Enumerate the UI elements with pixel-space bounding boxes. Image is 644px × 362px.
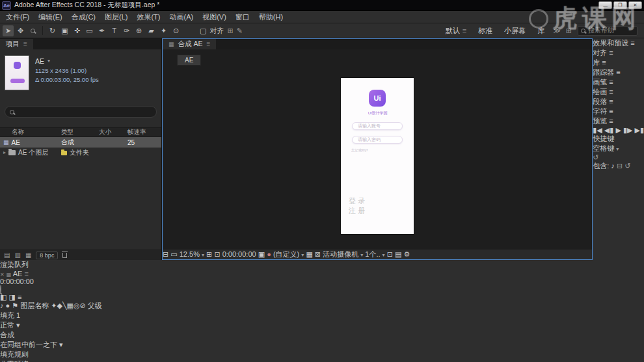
- puppet-pin-tool-icon[interactable]: ⊙: [170, 25, 181, 36]
- workspace-menu-icon[interactable]: ≡: [463, 27, 466, 34]
- fast-previews-icon[interactable]: ▤: [395, 251, 401, 258]
- panel-menu-icon[interactable]: ≡: [609, 118, 613, 125]
- close-icon[interactable]: ✕: [0, 272, 5, 278]
- panel-menu-icon[interactable]: ≡: [609, 49, 613, 57]
- current-timecode[interactable]: 0:00:00:00: [0, 278, 34, 285]
- fill-rule-dropdown[interactable]: 非零环绕 ▾: [0, 359, 644, 362]
- panel-character[interactable]: 字符 ≡: [593, 107, 644, 116]
- panel-menu-icon[interactable]: ≡: [602, 59, 606, 66]
- minimize-button[interactable]: —: [598, 1, 612, 9]
- include-audio-icon[interactable]: ♪: [611, 162, 615, 170]
- column-layer-name[interactable]: 图层名称: [20, 302, 49, 309]
- column-size[interactable]: 大小: [99, 128, 127, 136]
- workspace-overflow-icon[interactable]: ≫: [551, 27, 563, 34]
- loop-icon[interactable]: ↺: [624, 162, 630, 170]
- panel-menu-icon[interactable]: ≡: [609, 98, 613, 105]
- table-row-composition[interactable]: ▦ AE 合成 25: [0, 137, 161, 148]
- timeline-search-input[interactable]: [0, 285, 644, 293]
- column-framerate[interactable]: 帧速率: [127, 128, 155, 136]
- always-preview-icon[interactable]: ⊟: [163, 251, 168, 258]
- panel-menu-icon[interactable]: ≡: [609, 88, 613, 96]
- eraser-tool-icon[interactable]: ▰: [146, 25, 157, 36]
- tab-render-queue[interactable]: 渲染队列: [0, 260, 644, 270]
- new-composition-icon[interactable]: ▦: [25, 252, 31, 259]
- help-search-input[interactable]: 搜索帮助: [578, 26, 637, 36]
- last-frame-button[interactable]: ▶▮: [634, 127, 644, 134]
- workspace-default[interactable]: 默认 ≡: [440, 26, 472, 36]
- workspace-standard[interactable]: 标准: [473, 26, 498, 36]
- snap-option-icon[interactable]: ⊞: [227, 27, 233, 34]
- tab-timeline-comp[interactable]: ✕ ▦ AE ≡: [0, 270, 644, 278]
- menu-item-file[interactable]: 文件(F): [1, 11, 34, 23]
- audio-column-icon[interactable]: ♪: [0, 302, 4, 309]
- panel-menu-icon[interactable]: ≡: [206, 41, 210, 47]
- reset-icon[interactable]: ↺: [593, 154, 598, 161]
- maximize-button[interactable]: ❐: [613, 1, 627, 9]
- panel-effects-presets[interactable]: 效果和预设 ≡: [593, 38, 644, 48]
- shortcut-dropdown[interactable]: 空格键 ▾: [593, 144, 644, 153]
- menu-item-layer[interactable]: 图层(L): [100, 11, 132, 23]
- panel-menu-icon[interactable]: ≡: [630, 40, 634, 47]
- snapping-control[interactable]: ▢ 对齐 ⊞ ✎: [200, 26, 243, 36]
- channel-icon[interactable]: ●: [267, 251, 271, 258]
- blend-mode-dropdown[interactable]: 正常 ▾: [0, 320, 644, 330]
- panel-menu-icon[interactable]: ≡: [23, 41, 27, 47]
- camera-tool-icon[interactable]: ▣: [59, 25, 70, 36]
- row-fill-rule[interactable]: 填充规则 非零环绕 ▾: [0, 350, 644, 362]
- current-time[interactable]: 0:00:00:00: [222, 250, 256, 258]
- panel-library[interactable]: 库 ≡: [593, 58, 644, 68]
- chevron-right-icon[interactable]: ▸: [3, 150, 6, 155]
- chevron-down-icon[interactable]: ▾: [47, 58, 50, 64]
- panel-align[interactable]: 对齐 ≡: [593, 48, 644, 58]
- panel-menu-icon[interactable]: ≡: [616, 69, 620, 76]
- zoom-dropdown[interactable]: 12.5% ▾: [180, 250, 206, 258]
- new-folder-icon[interactable]: ▥: [14, 252, 20, 259]
- hide-shy-layers-icon[interactable]: ≡: [18, 294, 21, 301]
- column-parent[interactable]: 父级: [88, 302, 102, 309]
- comp-mini-flowchart-icon[interactable]: ◧: [0, 294, 7, 301]
- panel-brushes[interactable]: 画笔 ≡: [593, 77, 644, 87]
- row-fill-1[interactable]: 填充 1 正常 ▾: [0, 311, 644, 330]
- draft-3d-icon[interactable]: ◨: [8, 294, 15, 301]
- view-layout-dropdown[interactable]: 1个.. ▾: [365, 250, 386, 258]
- composite-dropdown[interactable]: 在同组中前一之下 ▾: [0, 340, 644, 350]
- column-type[interactable]: 类型: [61, 128, 99, 136]
- pan-behind-tool-icon[interactable]: ✜: [72, 25, 83, 36]
- pixel-aspect-icon[interactable]: ⊡: [387, 251, 393, 258]
- include-overlays-icon[interactable]: ⊟: [617, 162, 623, 170]
- menu-item-window[interactable]: 窗口: [231, 11, 254, 23]
- pen-tool-icon[interactable]: ✒: [96, 25, 107, 36]
- magnification-icon[interactable]: ▭: [170, 251, 177, 258]
- composition-viewer[interactable]: AE Ui UI设计学园 请输入账号 请输入密码 忘记密码? 登 录 注 册: [163, 49, 592, 250]
- snap-edit-icon[interactable]: ✎: [237, 27, 243, 34]
- previous-frame-button[interactable]: ◀▮: [604, 127, 614, 134]
- menu-item-composition[interactable]: 合成(C): [67, 11, 100, 23]
- project-search-input[interactable]: [5, 106, 157, 118]
- next-frame-button[interactable]: ▮▶: [623, 127, 633, 134]
- workspace-grid-icon[interactable]: ⊞: [564, 27, 574, 34]
- grid-guides-icon[interactable]: ⊞: [206, 251, 212, 258]
- column-name[interactable]: 名称: [0, 128, 61, 136]
- interpret-footage-icon[interactable]: ▤: [4, 252, 10, 259]
- mask-visibility-icon[interactable]: ⊡: [214, 251, 220, 258]
- snap-checkbox-icon[interactable]: ▢: [200, 27, 206, 34]
- trash-icon[interactable]: [62, 253, 67, 258]
- menu-item-edit[interactable]: 编辑(E): [34, 11, 67, 23]
- orbit-camera-tool-icon[interactable]: ↻: [47, 25, 58, 36]
- panel-paragraph[interactable]: 段落 ≡: [593, 97, 644, 107]
- panel-preview[interactable]: 预览 ≡: [593, 116, 644, 126]
- colorspace-dropdown[interactable]: (自定义) ▾: [273, 250, 306, 258]
- tab-project[interactable]: 项目 ≡: [0, 39, 33, 49]
- camera-dropdown[interactable]: 活动摄像机 ▾: [323, 250, 365, 258]
- roto-brush-tool-icon[interactable]: ✦: [158, 25, 169, 36]
- brush-tool-icon[interactable]: ✑: [121, 25, 132, 36]
- panel-menu-icon[interactable]: ≡: [609, 79, 613, 86]
- solo-column-icon[interactable]: ●: [6, 302, 10, 309]
- hand-tool-icon[interactable]: ✥: [15, 25, 26, 36]
- workspace-small-screen[interactable]: 小屏幕: [499, 26, 531, 36]
- first-frame-button[interactable]: ▮◀: [593, 127, 602, 134]
- label-color-swatch[interactable]: [61, 151, 67, 155]
- panel-menu-icon[interactable]: ≡: [25, 270, 29, 278]
- shape-tool-icon[interactable]: ▭: [84, 25, 95, 36]
- text-tool-icon[interactable]: T: [109, 25, 120, 36]
